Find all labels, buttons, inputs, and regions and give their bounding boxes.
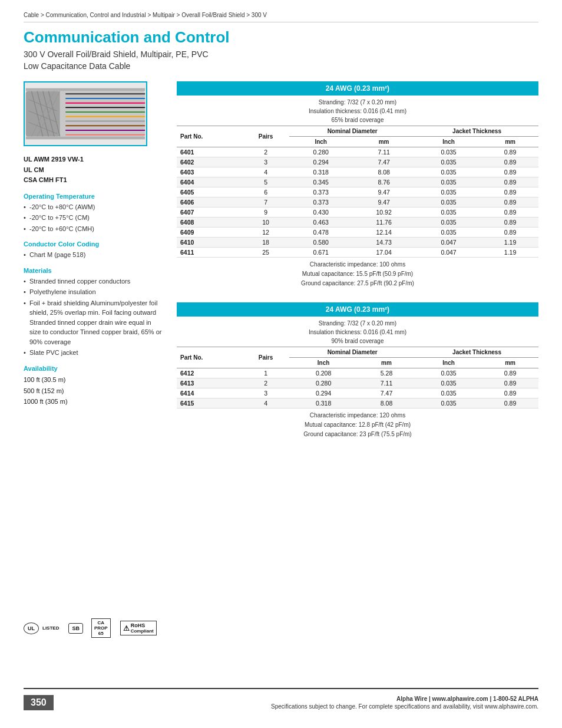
cell-jmm: 0.89 bbox=[482, 228, 538, 238]
table-row: 6410 18 0.580 14.73 0.047 1.19 bbox=[177, 238, 538, 248]
ca-prop-icon: CA PROP 65 bbox=[91, 618, 111, 638]
cell-part: 6410 bbox=[177, 238, 242, 248]
table1-data: Part No. Pairs Nominal Diameter Jacket T… bbox=[177, 126, 538, 258]
cell-jinch: 0.047 bbox=[415, 248, 482, 258]
cell-pairs: 25 bbox=[242, 248, 289, 258]
table1-header: 24 AWG (0.23 mm²) bbox=[177, 81, 538, 95]
cell-inch: 0.373 bbox=[289, 187, 352, 197]
materials-list: Stranded tinned copper conductors Polyet… bbox=[24, 276, 165, 358]
cell-part: 6413 bbox=[177, 378, 242, 388]
svg-rect-21 bbox=[26, 88, 145, 91]
cell-mm: 10.92 bbox=[352, 207, 415, 218]
table-row: 6403 4 0.318 8.08 0.035 0.89 bbox=[177, 167, 538, 177]
cell-jinch: 0.035 bbox=[415, 388, 482, 398]
cell-part: 6415 bbox=[177, 398, 242, 409]
th-pairs2: Pairs bbox=[242, 347, 289, 368]
table1-footer: Characteristic impedance: 100 ohms Mutua… bbox=[177, 258, 538, 291]
cell-inch: 0.294 bbox=[289, 388, 358, 398]
color-coding-label: Conductor Color Coding bbox=[24, 241, 165, 248]
th-nom-diam: Nominal Diameter bbox=[289, 126, 415, 137]
cell-pairs: 10 bbox=[242, 218, 289, 228]
cert-line1: UL AWM 2919 VW-1 bbox=[24, 154, 165, 165]
cell-part: 6406 bbox=[177, 197, 242, 207]
svg-rect-22 bbox=[26, 137, 145, 140]
page-title: Communication and Control bbox=[24, 28, 538, 47]
sb-icon: SB bbox=[68, 623, 83, 634]
cell-pairs: 9 bbox=[242, 207, 289, 218]
cell-part: 6409 bbox=[177, 228, 242, 238]
cell-part: 6402 bbox=[177, 157, 242, 167]
availability-block: 100 ft (30.5 m) 500 ft (152 m) 1000 ft (… bbox=[24, 374, 165, 407]
cell-jinch: 0.035 bbox=[415, 228, 482, 238]
table-row: 6414 3 0.294 7.47 0.035 0.89 bbox=[177, 388, 538, 398]
cell-inch: 0.208 bbox=[289, 368, 358, 378]
cell-jinch: 0.035 bbox=[415, 368, 482, 378]
cell-pairs: 5 bbox=[242, 177, 289, 187]
table-row: 6404 5 0.345 8.76 0.035 0.89 bbox=[177, 177, 538, 187]
list-item: -20°C to +75°C (CM) bbox=[24, 213, 165, 223]
table-row: 6415 4 0.318 8.08 0.035 0.89 bbox=[177, 398, 538, 409]
cell-jmm: 0.89 bbox=[482, 157, 538, 167]
cell-pairs: 6 bbox=[242, 187, 289, 197]
cell-pairs: 4 bbox=[242, 398, 289, 409]
cell-inch: 0.671 bbox=[289, 248, 352, 258]
cell-mm: 8.08 bbox=[358, 398, 415, 409]
cell-pairs: 2 bbox=[242, 147, 289, 157]
list-item: Chart M (page 518) bbox=[24, 250, 165, 260]
color-coding-list: Chart M (page 518) bbox=[24, 250, 165, 260]
cell-part: 6403 bbox=[177, 167, 242, 177]
cell-mm: 7.11 bbox=[352, 147, 415, 157]
cell-part: 6405 bbox=[177, 187, 242, 197]
th-partno2: Part No. bbox=[177, 347, 242, 368]
cell-mm: 9.47 bbox=[352, 187, 415, 197]
cell-pairs: 3 bbox=[242, 388, 289, 398]
cell-mm: 14.73 bbox=[352, 238, 415, 248]
list-item: -20°C to +60°C (CMH) bbox=[24, 224, 165, 234]
cell-jinch: 0.035 bbox=[415, 378, 482, 388]
cell-jmm: 0.89 bbox=[482, 177, 538, 187]
table-row: 6412 1 0.208 5.28 0.035 0.89 bbox=[177, 368, 538, 378]
cell-jmm: 1.19 bbox=[482, 238, 538, 248]
cell-pairs: 1 bbox=[242, 368, 289, 378]
company-name: Alpha Wire | www.alphawire.com | 1-800-5… bbox=[271, 696, 538, 702]
page-subtitle: 300 V Overall Foil/Braid Shield, Multipa… bbox=[24, 49, 538, 72]
table-row: 6401 2 0.280 7.11 0.035 0.89 bbox=[177, 147, 538, 157]
cell-mm: 7.11 bbox=[358, 378, 415, 388]
cell-part: 6401 bbox=[177, 147, 242, 157]
availability-item: 1000 ft (305 m) bbox=[24, 396, 165, 407]
th-jacket2: Jacket Thickness bbox=[415, 347, 538, 358]
cert-line3: CSA CMH FT1 bbox=[24, 175, 165, 186]
cell-jinch: 0.035 bbox=[415, 218, 482, 228]
th-pairs: Pairs bbox=[242, 126, 289, 147]
page-number-area: 350 bbox=[24, 695, 54, 710]
cell-inch: 0.318 bbox=[289, 167, 352, 177]
cell-jmm: 0.89 bbox=[482, 218, 538, 228]
cell-pairs: 3 bbox=[242, 157, 289, 167]
table-row: 6402 3 0.294 7.47 0.035 0.89 bbox=[177, 157, 538, 167]
cell-inch: 0.280 bbox=[289, 378, 358, 388]
table-row: 6408 10 0.463 11.76 0.035 0.89 bbox=[177, 218, 538, 228]
cell-jinch: 0.035 bbox=[415, 187, 482, 197]
cell-jmm: 0.89 bbox=[482, 207, 538, 218]
table-row: 6409 12 0.478 12.14 0.035 0.89 bbox=[177, 228, 538, 238]
table-row: 6405 6 0.373 9.47 0.035 0.89 bbox=[177, 187, 538, 197]
cell-inch: 0.373 bbox=[289, 197, 352, 207]
operating-temp-list: -20°C to +80°C (AWM) -20°C to +75°C (CM)… bbox=[24, 202, 165, 234]
cell-part: 6412 bbox=[177, 368, 242, 378]
cell-part: 6411 bbox=[177, 248, 242, 258]
list-item: -20°C to +80°C (AWM) bbox=[24, 202, 165, 212]
cell-jmm: 0.89 bbox=[482, 378, 538, 388]
cell-pairs: 7 bbox=[242, 197, 289, 207]
table2-footer: Characteristic impedance: 120 ohms Mutua… bbox=[177, 409, 538, 442]
breadcrumb: Cable > Communication, Control and Indus… bbox=[24, 12, 538, 22]
cell-jmm: 1.19 bbox=[482, 248, 538, 258]
cell-pairs: 4 bbox=[242, 167, 289, 177]
cell-pairs: 12 bbox=[242, 228, 289, 238]
cell-jmm: 0.89 bbox=[482, 197, 538, 207]
availability-label: Availability bbox=[24, 365, 165, 372]
th-mm2: mm bbox=[482, 137, 538, 147]
availability-item: 500 ft (152 m) bbox=[24, 386, 165, 397]
th-partno: Part No. bbox=[177, 126, 242, 147]
th-mm3: mm bbox=[358, 358, 415, 368]
cell-pairs: 2 bbox=[242, 378, 289, 388]
